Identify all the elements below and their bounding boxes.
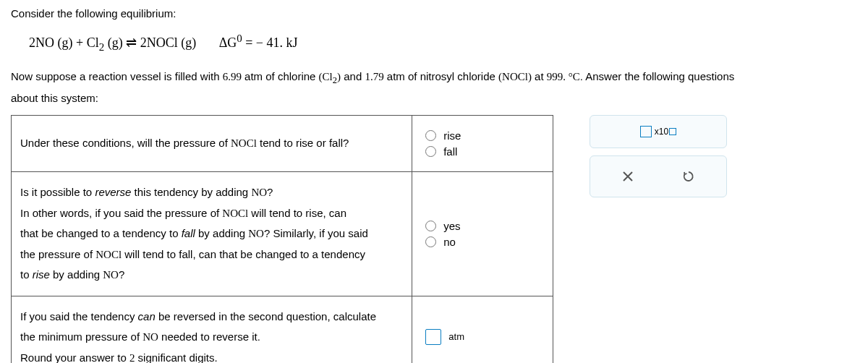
table-row: If you said the tendency can be reversed…: [12, 296, 553, 363]
radio-no[interactable]: [425, 236, 436, 247]
radio-fall[interactable]: [425, 146, 436, 157]
radio-yes[interactable]: [425, 221, 436, 231]
equilibrium-equation: 2NO (g) + Cl2 (g) ⇌ 2NOCl (g) ΔG0 = − 41…: [29, 33, 857, 54]
x10-label: x10: [655, 127, 668, 137]
label-yes: yes: [443, 220, 460, 232]
square-sup-icon: [669, 128, 676, 135]
label-rise: rise: [443, 129, 461, 142]
sci-notation-button[interactable]: x10: [590, 115, 727, 148]
radio-rise[interactable]: [425, 130, 436, 141]
intro-text: Consider the following equilibrium:: [11, 7, 857, 20]
square-icon: [640, 126, 652, 137]
table-row: Under these conditions, will the pressur…: [12, 116, 553, 172]
table-row: Is it possible to reverse this tendency …: [12, 172, 553, 296]
q3-text: If you said the tendency can be reversed…: [12, 296, 412, 363]
answer-input[interactable]: [425, 329, 441, 345]
unit-label: atm: [448, 331, 464, 342]
close-icon: [622, 171, 634, 182]
label-fall: fall: [443, 145, 457, 158]
context-text: Now suppose a reaction vessel is filled …: [11, 67, 857, 108]
reset-button[interactable]: [676, 163, 702, 189]
side-panel: x10: [590, 115, 727, 197]
questions-table: Under these conditions, will the pressur…: [11, 115, 553, 363]
q1-text: Under these conditions, will the pressur…: [12, 116, 412, 172]
label-no: no: [443, 236, 456, 248]
q2-text: Is it possible to reverse this tendency …: [12, 172, 412, 296]
clear-button[interactable]: [615, 163, 641, 189]
undo-icon: [682, 170, 695, 183]
